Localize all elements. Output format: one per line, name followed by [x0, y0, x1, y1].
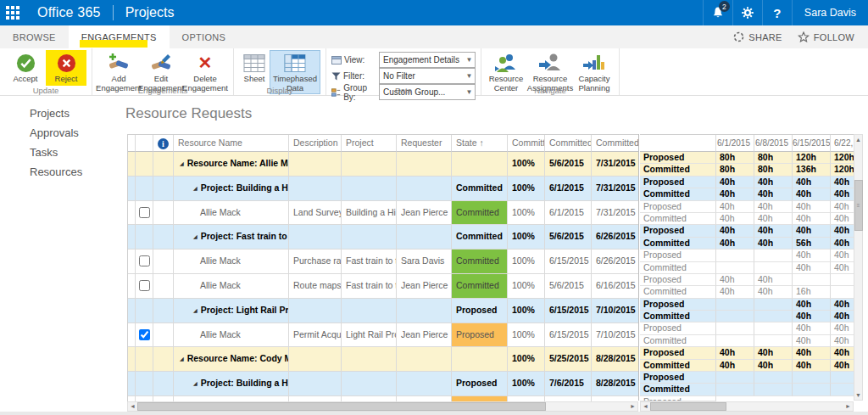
timephased-value-cell[interactable] [754, 322, 793, 334]
timephased-row[interactable]: Proposed40h40h [640, 322, 854, 334]
reject-button[interactable]: Reject [46, 50, 86, 86]
scroll-down-arrow[interactable]: ▼ [854, 390, 863, 400]
timephased-value-cell[interactable] [793, 384, 831, 395]
timephased-value-cell[interactable]: 16h [793, 286, 831, 298]
timephased-value-cell[interactable] [754, 262, 793, 274]
expand-triangle-icon[interactable]: ◢ [180, 356, 184, 362]
timephased-row[interactable]: Proposed80h80h120h120h [640, 152, 854, 164]
timephased-value-cell[interactable]: 40h [754, 201, 793, 213]
timephased-value-cell[interactable] [754, 384, 793, 395]
row-selector-strip[interactable] [128, 177, 136, 201]
timephased-value-cell[interactable]: 40h [793, 213, 831, 225]
vertical-scrollbar[interactable]: ▲ ≡ ▼ [854, 134, 863, 401]
help-button[interactable]: ? [762, 0, 792, 25]
timephased-value-cell[interactable]: 40h [793, 225, 831, 237]
left-horizontal-scrollbar[interactable]: ◄ ► [127, 401, 638, 412]
accept-button[interactable]: Accept [5, 50, 46, 86]
timephased-value-cell[interactable]: 40h [831, 250, 854, 261]
timephased-value-cell[interactable] [754, 250, 793, 261]
row-selector-strip[interactable] [128, 201, 136, 226]
timephased-row[interactable]: Proposed40h40h40h40h [640, 177, 854, 188]
timephased-value-cell[interactable]: 40h [754, 213, 793, 225]
timephased-value-cell[interactable]: 40h [716, 201, 754, 213]
timephased-value-cell[interactable]: 56h [793, 238, 831, 250]
scroll-left-arrow[interactable]: ◄ [128, 402, 137, 411]
sidebar-item-approvals[interactable]: Approvals [0, 123, 125, 143]
timephased-value-cell[interactable]: 40h [831, 177, 854, 188]
timephased-value-cell[interactable]: 40h [831, 322, 854, 334]
tab-options[interactable]: OPTIONS [170, 25, 239, 48]
timephased-value-cell[interactable]: 40h [831, 238, 854, 250]
timephased-value-cell[interactable] [754, 311, 793, 322]
sidebar-item-tasks[interactable]: Tasks [0, 143, 125, 162]
timephased-value-cell[interactable]: 120h [831, 164, 854, 176]
header-description[interactable]: Description [289, 135, 342, 152]
row-checkbox[interactable] [139, 329, 150, 340]
timephased-value-cell[interactable]: 40h [831, 360, 854, 372]
timephased-value-cell[interactable]: 40h [831, 311, 854, 322]
timephased-value-cell[interactable] [716, 311, 754, 322]
timephased-value-cell[interactable]: 40h [831, 299, 854, 311]
timephased-value-cell[interactable]: 40h [716, 177, 754, 188]
header-date-2[interactable]: 6/8/2015 [754, 135, 793, 152]
right-horizontal-scrollbar-thumb[interactable] [650, 402, 726, 411]
timephased-value-cell[interactable]: 40h [831, 225, 854, 237]
grid-row[interactable]: ◢Project: Building a High SpeProposed100… [128, 372, 639, 396]
timephased-value-cell[interactable]: 40h [754, 286, 793, 298]
timephased-row[interactable]: Proposed40h40h [640, 274, 854, 286]
timephased-value-cell[interactable]: 40h [716, 213, 754, 225]
scroll-right-arrow[interactable]: ► [628, 402, 637, 411]
row-selector-strip[interactable] [128, 347, 136, 372]
grid-row[interactable]: ◢Resource Name: Cody Moresb100%5/25/2015… [128, 347, 639, 372]
timephased-value-cell[interactable] [831, 274, 854, 286]
row-checkbox[interactable] [139, 255, 150, 266]
timephased-value-cell[interactable]: 40h [831, 213, 854, 225]
timephased-row[interactable]: Proposed40h40h40h40h [640, 347, 854, 359]
timephased-value-cell[interactable]: 80h [754, 152, 793, 164]
timephased-row[interactable]: Committed [640, 384, 854, 395]
timephased-value-cell[interactable]: 40h [716, 188, 754, 200]
scroll-left-arrow[interactable]: ◄ [641, 402, 650, 411]
timephased-value-cell[interactable] [754, 335, 793, 347]
row-selector-strip[interactable] [128, 225, 136, 250]
header-resource-name[interactable]: Resource Name [174, 135, 289, 152]
timephased-value-cell[interactable]: 40h [793, 262, 831, 274]
timephased-value-cell[interactable]: 40h [716, 274, 754, 286]
expand-triangle-icon[interactable]: ◢ [193, 234, 198, 239]
timephased-value-cell[interactable] [793, 372, 831, 384]
grid-row[interactable]: ◢Resource Name: Allie Mack100%5/6/20157/… [128, 152, 639, 177]
timephased-value-cell[interactable]: 40h [793, 188, 831, 200]
timephased-value-cell[interactable]: 40h [831, 347, 854, 359]
header-info[interactable]: i [153, 135, 174, 152]
vertical-scrollbar-thumb[interactable]: ≡ [854, 180, 863, 231]
timephased-value-cell[interactable]: 40h [831, 201, 854, 213]
header-committed-finish[interactable]: Committed F [592, 135, 639, 152]
timephased-value-cell[interactable]: 40h [754, 225, 793, 237]
timephased-value-cell[interactable]: 40h [793, 177, 831, 188]
timephased-row[interactable]: Committed40h40h40h40h [640, 213, 854, 225]
timephased-value-cell[interactable]: 80h [754, 164, 793, 176]
grid-row[interactable]: Allie MackPermit AcquisitioLight Rail Pr… [128, 323, 639, 348]
timephased-value-cell[interactable]: 40h [716, 286, 754, 298]
timephased-value-cell[interactable]: 40h [831, 262, 854, 274]
row-selector-strip[interactable] [128, 372, 136, 396]
timephased-value-cell[interactable]: 80h [716, 152, 754, 164]
header-date-4[interactable]: 6/22, [831, 135, 854, 152]
header-project[interactable]: Project [342, 135, 397, 152]
timephased-value-cell[interactable]: 120h [793, 152, 831, 164]
timephased-row[interactable]: Committed40h40h56h40h [640, 238, 854, 250]
timephased-value-cell[interactable]: 40h [793, 347, 831, 359]
left-horizontal-scrollbar-thumb[interactable] [137, 402, 546, 411]
timephased-value-cell[interactable]: 40h [793, 311, 831, 322]
timephased-value-cell[interactable]: 40h [716, 225, 754, 237]
expand-triangle-icon[interactable]: ◢ [193, 308, 198, 313]
timephased-value-cell[interactable]: 40h [754, 347, 793, 359]
filter-dropdown[interactable]: No Filter ▼ [379, 68, 476, 84]
timephased-value-cell[interactable]: 40h [793, 322, 831, 334]
follow-button[interactable]: FOLLOW [798, 31, 854, 42]
row-selector-strip[interactable] [128, 250, 136, 274]
timephased-value-cell[interactable] [716, 299, 754, 311]
timephased-value-cell[interactable] [716, 384, 754, 395]
sheet-button[interactable]: Sheet [239, 50, 270, 86]
grid-row[interactable]: ◢Project: Building a High SpeCommitted10… [128, 177, 639, 201]
